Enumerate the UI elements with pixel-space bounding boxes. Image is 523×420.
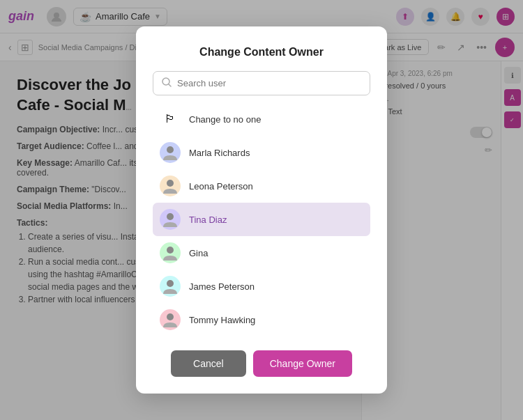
user-list-item[interactable]: 🏳 Change to no one	[153, 102, 370, 136]
svg-point-4	[167, 180, 174, 187]
flag-icon: 🏳	[160, 109, 181, 130]
user-list-item[interactable]: Marla Richards	[153, 136, 370, 169]
user-avatar	[160, 142, 181, 163]
user-avatar	[160, 309, 181, 330]
svg-point-6	[167, 247, 174, 254]
user-list-item[interactable]: Tina Diaz	[153, 203, 370, 236]
user-list-item[interactable]: Gina	[153, 236, 370, 270]
search-input[interactable]	[177, 78, 361, 88]
change-owner-modal: Change Content Owner 🏳 Change to no one	[136, 26, 387, 394]
user-avatar	[160, 176, 181, 196]
search-icon	[162, 77, 172, 89]
user-list-item[interactable]: Leona Peterson	[153, 169, 370, 203]
user-avatar	[160, 276, 181, 297]
user-name: Marla Richards	[189, 148, 250, 158]
svg-line-2	[169, 84, 171, 86]
svg-point-8	[167, 313, 174, 320]
user-name: Gina	[189, 248, 208, 258]
user-avatar	[160, 209, 181, 230]
user-name: Leona Peterson	[189, 181, 253, 192]
user-avatar	[160, 242, 181, 263]
search-box	[153, 71, 370, 95]
user-name: James Peterson	[189, 281, 255, 292]
change-owner-button[interactable]: Change Owner	[253, 350, 352, 377]
user-name: Tommy Hawking	[189, 315, 255, 325]
user-list-item[interactable]: James Peterson	[153, 270, 370, 303]
svg-point-5	[167, 213, 174, 220]
modal-footer: Cancel Change Owner	[153, 350, 370, 377]
user-name: Change to no one	[189, 114, 261, 125]
svg-point-3	[167, 146, 174, 153]
svg-point-7	[167, 280, 174, 287]
user-name: Tina Diaz	[189, 215, 227, 225]
cancel-button[interactable]: Cancel	[171, 350, 246, 377]
modal-overlay: Change Content Owner 🏳 Change to no one	[0, 0, 523, 420]
user-list-item[interactable]: Tommy Hawking	[153, 303, 370, 336]
modal-title: Change Content Owner	[153, 46, 370, 59]
user-list: 🏳 Change to no one Marla Richards	[153, 102, 370, 336]
